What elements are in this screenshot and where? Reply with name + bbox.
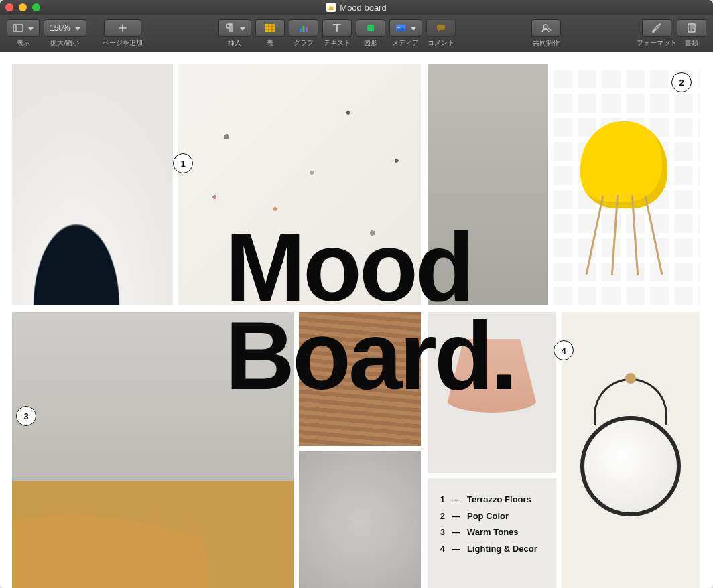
comment-button[interactable] (426, 19, 456, 37)
mood-board: 1 — Terrazzo Floors 2 — Pop Color 3 — Wa… (12, 64, 701, 576)
window-title-text: Mood board (340, 3, 386, 13)
image-pendant-lamp[interactable] (428, 312, 556, 473)
format-button[interactable] (642, 19, 671, 37)
zoom-button[interactable]: 150% (44, 19, 86, 37)
legend-label: Lighting & Decor (467, 541, 537, 558)
collaborate-button[interactable] (531, 19, 561, 37)
image-concrete[interactable] (428, 64, 548, 305)
shape-icon (365, 23, 376, 33)
app-icon (326, 3, 336, 12)
table-button[interactable] (255, 19, 285, 37)
svg-rect-6 (367, 25, 374, 31)
shape-label: 図形 (364, 38, 377, 48)
collaborate-icon (541, 23, 552, 33)
chart-button[interactable] (289, 19, 318, 37)
legend-row: 3 — Warm Tones (436, 524, 548, 541)
media-icon (395, 23, 406, 33)
text-icon (332, 23, 342, 33)
comment-icon (436, 23, 446, 33)
legend-num: 4 (436, 541, 445, 558)
collaborate-label: 共同制作 (533, 38, 560, 48)
view-icon (13, 23, 23, 33)
image-fur[interactable] (299, 451, 421, 588)
image-terrazzo[interactable] (178, 64, 421, 305)
brush-icon (651, 23, 662, 33)
add-page-label: ページを追加 (103, 38, 143, 48)
insert-button[interactable] (218, 19, 251, 37)
zoom-value: 150% (50, 23, 70, 33)
format-label: フォーマット (637, 38, 677, 48)
document-icon (686, 23, 697, 33)
document-label: 書類 (685, 38, 698, 48)
svg-point-10 (543, 25, 547, 29)
chevron-down-icon (409, 23, 416, 33)
svg-rect-2 (265, 24, 275, 32)
marker-2[interactable]: 2 (671, 72, 692, 92)
legend-num: 3 (436, 524, 445, 541)
legend-row: 1 — Terrazzo Floors (436, 492, 548, 508)
legend-label: Terrazzo Floors (467, 492, 531, 508)
legend-label: Warm Tones (467, 524, 519, 541)
marker-4[interactable]: 4 (554, 340, 574, 360)
plus-icon (117, 23, 128, 33)
chevron-down-icon (238, 23, 245, 33)
comment-label: コメント (428, 38, 454, 48)
text-label: テキスト (324, 38, 350, 48)
zoom-label: 拡大/縮小 (50, 38, 79, 48)
image-yellow-chair[interactable] (548, 64, 700, 305)
marker-3[interactable]: 3 (16, 406, 36, 426)
add-page-button[interactable] (104, 19, 141, 37)
view-button[interactable] (7, 19, 40, 37)
document-canvas[interactable]: 1 — Terrazzo Floors 2 — Pop Color 3 — Wa… (0, 52, 713, 588)
text-button[interactable] (322, 19, 352, 37)
image-tan-sofa[interactable] (12, 312, 294, 588)
chart-label: グラフ (294, 38, 314, 48)
view-label: 表示 (17, 38, 30, 48)
image-wood[interactable] (299, 312, 421, 446)
legend-label: Pop Color (467, 508, 509, 525)
table-label: 表 (267, 38, 273, 48)
shape-button[interactable] (356, 19, 385, 37)
image-mirror[interactable] (562, 312, 700, 588)
document-button[interactable] (677, 19, 706, 37)
media-button[interactable] (389, 19, 422, 37)
window-title: Mood board (0, 3, 713, 13)
legend-panel[interactable]: 1 — Terrazzo Floors 2 — Pop Color 3 — Wa… (428, 478, 556, 588)
titlebar: Mood board (0, 0, 713, 15)
app-window: Mood board 表示 150% 拡大/縮小 ページを追加 (0, 0, 713, 588)
marker-1[interactable]: 1 (173, 153, 193, 173)
inspector-segment: フォーマット 書類 (637, 19, 706, 48)
table-icon (265, 23, 275, 33)
svg-point-8 (397, 26, 399, 28)
chevron-down-icon (26, 23, 34, 33)
image-dark-chair[interactable] (12, 64, 173, 305)
toolbar: 表示 150% 拡大/縮小 ページを追加 挿入 (0, 15, 713, 52)
insert-label: 挿入 (228, 38, 241, 48)
svg-rect-0 (13, 25, 23, 31)
legend-row: 2 — Pop Color (436, 508, 548, 525)
svg-rect-4 (302, 26, 304, 32)
chevron-down-icon (73, 23, 80, 33)
svg-rect-3 (300, 29, 302, 32)
svg-rect-9 (437, 25, 445, 30)
svg-point-12 (652, 30, 655, 33)
legend-row: 4 — Lighting & Decor (436, 541, 548, 558)
chart-icon (298, 23, 309, 33)
pilcrow-icon (224, 23, 235, 33)
svg-rect-5 (306, 27, 308, 32)
legend-num: 2 (436, 508, 445, 525)
legend-num: 1 (436, 492, 445, 508)
media-label: メディア (392, 38, 419, 48)
